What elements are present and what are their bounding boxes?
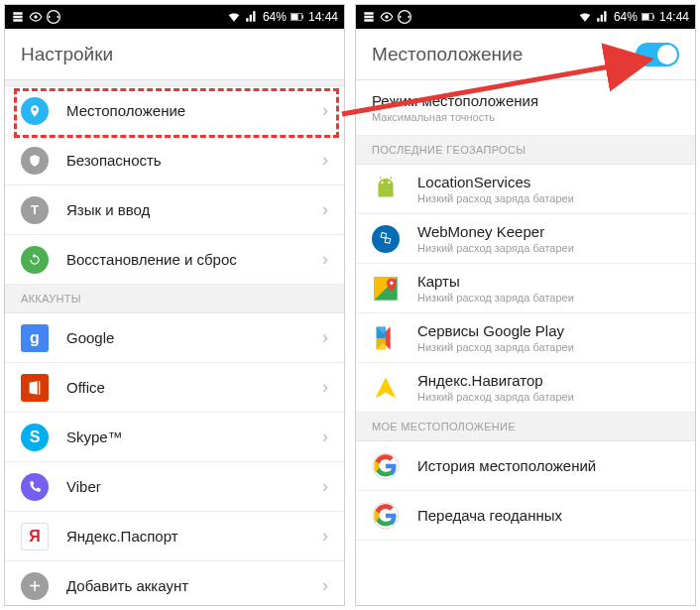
location-icon: [21, 97, 49, 125]
language-icon: T: [21, 196, 49, 224]
webmoney-icon: [372, 225, 400, 253]
svg-point-14: [390, 281, 394, 285]
row-title: Сервисы Google Play: [417, 322, 574, 339]
svg-rect-12: [381, 232, 387, 238]
row-title: Передача геоданных: [417, 507, 562, 524]
battery-icon: [642, 10, 655, 24]
chevron-right-icon: ›: [322, 327, 328, 348]
eye-icon: [380, 10, 394, 24]
svg-rect-13: [385, 237, 391, 243]
svg-point-0: [34, 15, 38, 19]
row-webmoney[interactable]: WebMoney Keeper Низкий расход заряда бат…: [356, 214, 695, 264]
phone-right: 64% 14:44 Местоположение Режим местополо…: [355, 4, 696, 606]
header-location: Местоположение: [356, 29, 695, 80]
row-label: Добавить аккаунт: [66, 577, 188, 594]
svg-rect-3: [292, 14, 298, 20]
chevron-right-icon: ›: [322, 249, 328, 270]
svg-point-11: [388, 181, 390, 183]
row-label: Office: [66, 379, 105, 396]
time-label: 14:44: [659, 10, 689, 24]
row-locationservices[interactable]: LocationServices Низкий расход заряда ба…: [356, 165, 695, 214]
row-backup[interactable]: Восстановление и сброс ›: [5, 235, 344, 285]
chevron-right-icon: ›: [322, 377, 328, 398]
chevron-right-icon: ›: [322, 150, 328, 171]
signal-icon: [596, 10, 610, 24]
row-title: Карты: [417, 273, 574, 290]
settings-list: Местоположение › Безопасность › T Язык и…: [5, 80, 344, 605]
yandex-icon: Я: [21, 523, 49, 550]
location-list: Режим местоположения Максимальная точнос…: [356, 80, 695, 605]
row-skype[interactable]: S Skype™ ›: [5, 413, 344, 462]
section-accounts: АККАУНТЫ: [5, 285, 344, 313]
row-google[interactable]: g Google ›: [5, 313, 344, 363]
wifi-icon: [578, 10, 592, 24]
phone-left: 64% 14:44 Настройки Местоположение ›: [4, 4, 345, 606]
chevron-right-icon: ›: [322, 199, 328, 220]
header-settings: Настройки: [5, 29, 344, 80]
row-label: Язык и ввод: [66, 201, 150, 218]
gmaps-icon: [372, 275, 400, 303]
svg-rect-9: [653, 15, 654, 19]
row-subtitle: Низкий расход заряда батареи: [417, 341, 574, 353]
row-location-mode[interactable]: Режим местоположения Максимальная точнос…: [356, 80, 695, 136]
row-title: Яндекс.Навигатор: [417, 372, 574, 389]
row-subtitle: Низкий расход заряда батареи: [417, 292, 574, 304]
row-subtitle: Низкий расход заряда батареи: [417, 242, 574, 254]
row-title: Режим местоположения: [372, 92, 538, 109]
signal-icon: [245, 10, 259, 24]
section-my-location: МОЕ МЕСТОПОЛОЖЕНИЕ: [356, 413, 695, 441]
row-viber[interactable]: Viber ›: [5, 462, 344, 512]
row-label: Восстановление и сброс: [66, 251, 237, 268]
row-label: Местоположение: [66, 102, 185, 119]
location-toggle[interactable]: [636, 43, 679, 66]
row-location-history[interactable]: История местоположений: [356, 441, 695, 491]
security-icon: [21, 147, 49, 175]
row-security[interactable]: Безопасность ›: [5, 136, 344, 185]
eye-icon: [29, 10, 43, 24]
android-icon: [372, 176, 400, 203]
row-language[interactable]: T Язык и ввод ›: [5, 185, 344, 235]
status-bar: 64% 14:44: [356, 5, 695, 29]
svg-point-10: [381, 181, 383, 183]
chevron-right-icon: ›: [322, 427, 328, 447]
notif-icon: [362, 10, 376, 24]
wifi-icon: [227, 10, 241, 24]
backup-icon: [21, 246, 49, 274]
chevron-right-icon: ›: [322, 575, 328, 596]
row-subtitle: Низкий расход заряда батареи: [417, 391, 574, 403]
google-g-icon: [372, 452, 400, 480]
row-maps[interactable]: Карты Низкий расход заряда батареи: [356, 264, 695, 313]
google-g-icon: [372, 502, 400, 530]
row-office[interactable]: Office ›: [5, 363, 344, 413]
row-label: Google: [66, 329, 114, 346]
section-recent: ПОСЛЕДНИЕ ГЕОЗАПРОСЫ: [356, 136, 695, 165]
yandex-nav-icon: [372, 374, 400, 402]
row-location-sharing[interactable]: Передача геоданных: [356, 491, 695, 541]
chevron-right-icon: ›: [322, 526, 328, 547]
teamviewer-icon: [398, 10, 411, 24]
row-location[interactable]: Местоположение ›: [5, 86, 344, 136]
header-title: Настройки: [21, 44, 113, 65]
row-title: LocationServices: [417, 174, 574, 190]
office-icon: [21, 374, 49, 402]
row-label: Viber: [66, 478, 101, 495]
header-title: Местоположение: [372, 44, 523, 65]
battery-label: 64%: [614, 10, 638, 24]
google-icon: g: [21, 324, 49, 352]
row-title: WebMoney Keeper: [417, 223, 574, 240]
teamviewer-icon: [47, 10, 60, 24]
row-subtitle: Максимальная точность: [372, 111, 538, 123]
row-play-services[interactable]: Сервисы Google Play Низкий расход заряда…: [356, 313, 695, 363]
row-add-account[interactable]: + Добавить аккаунт ›: [5, 561, 344, 605]
svg-rect-8: [642, 14, 649, 20]
row-yandex-nav[interactable]: Яндекс.Навигатор Низкий расход заряда ба…: [356, 363, 695, 413]
battery-label: 64%: [263, 10, 287, 24]
row-yandex-passport[interactable]: Я Яндекс.Паспорт ›: [5, 512, 344, 561]
row-subtitle: Низкий расход заряда батареи: [417, 192, 574, 204]
row-label: Безопасность: [66, 152, 162, 169]
row-label: Яндекс.Паспорт: [66, 528, 178, 545]
play-services-icon: [372, 324, 400, 352]
notif-icon: [11, 10, 25, 24]
svg-rect-4: [302, 15, 303, 19]
time-label: 14:44: [308, 10, 338, 24]
